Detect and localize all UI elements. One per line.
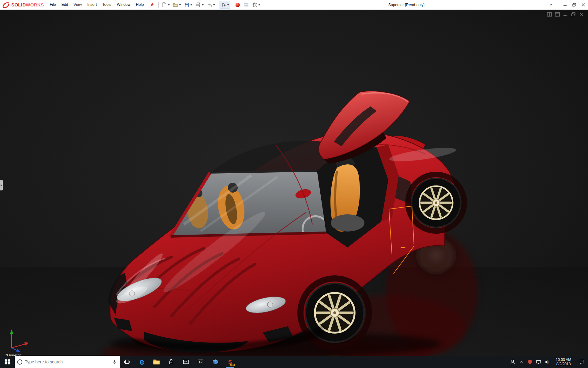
standard-toolbar — [160, 0, 262, 10]
save-button[interactable] — [183, 1, 194, 9]
volume-tray-button[interactable] — [543, 356, 551, 368]
print-dropdown[interactable] — [202, 4, 204, 6]
mail-envelope-icon — [183, 358, 189, 365]
minimize-icon — [563, 3, 567, 7]
options-dropdown[interactable] — [258, 4, 260, 6]
new-document-button[interactable] — [160, 1, 171, 9]
document-properties-icon — [243, 2, 249, 8]
undo-icon — [207, 2, 212, 8]
network-tray-button[interactable] — [534, 356, 543, 368]
close-document-icon[interactable] — [579, 12, 584, 17]
pane-icon[interactable] — [555, 12, 560, 17]
clock-date: 8/2/2018 — [556, 362, 571, 366]
new-document-dropdown[interactable] — [168, 4, 170, 6]
store-bag-icon — [168, 358, 175, 365]
appearances-button[interactable] — [234, 1, 242, 9]
action-center-button[interactable] — [576, 356, 588, 368]
undo-button[interactable] — [205, 1, 216, 9]
document-title: Supercar [Read-only] — [388, 0, 424, 10]
minimize-document-icon[interactable] — [563, 12, 568, 17]
toolbar-separator — [232, 2, 232, 8]
solidworks-window: SOLIDWORKS File Edit View Insert Tools W… — [0, 0, 588, 368]
menu-view[interactable]: View — [71, 0, 85, 10]
microphone-icon[interactable] — [112, 359, 117, 365]
car-model-render[interactable] — [0, 10, 588, 356]
seat-cushion — [331, 214, 364, 232]
menu-window[interactable]: Window — [114, 0, 133, 10]
cortana-icon[interactable] — [17, 359, 22, 365]
select-button[interactable] — [220, 1, 230, 9]
file-explorer-button[interactable] — [149, 356, 164, 368]
toolbar-separator — [218, 2, 218, 8]
console-app-button[interactable] — [193, 356, 208, 368]
save-floppy-icon — [184, 2, 190, 8]
hidden-icons-button[interactable] — [517, 356, 526, 368]
window-controls: ? — [546, 0, 588, 10]
new-document-icon — [161, 2, 167, 8]
action-center-icon — [579, 359, 585, 365]
pin-menu-button[interactable] — [148, 1, 156, 9]
open-dropdown[interactable] — [179, 4, 181, 6]
document-properties-button[interactable] — [242, 1, 250, 9]
system-tray: 10:03 AM 8/2/2018 — [508, 356, 588, 368]
save-dropdown[interactable] — [190, 4, 192, 6]
menu-file[interactable]: File — [47, 0, 58, 10]
security-tray-button[interactable] — [526, 356, 534, 368]
taskbar-search[interactable] — [15, 356, 120, 368]
print-button[interactable] — [194, 1, 205, 9]
restore-document-icon[interactable] — [571, 12, 576, 17]
select-cursor-icon — [221, 2, 226, 8]
task-view-button[interactable] — [120, 356, 134, 368]
windows-logo-icon — [4, 359, 10, 365]
open-button[interactable] — [172, 1, 182, 9]
network-icon — [536, 359, 541, 365]
people-button[interactable] — [508, 356, 517, 368]
close-icon — [582, 3, 585, 7]
pushpin-icon — [149, 2, 154, 7]
brand-works: WORKS — [26, 2, 44, 7]
close-button[interactable] — [579, 0, 588, 10]
menubar: File Edit View Insert Tools Window Help — [47, 0, 146, 10]
people-icon — [510, 359, 516, 365]
solidworks-logo-icon — [2, 2, 10, 8]
brand-text: SOLIDWORKS — [11, 2, 44, 8]
mail-button[interactable] — [179, 356, 193, 368]
cad-viewer-app-button[interactable] — [208, 356, 223, 368]
toolbar-separator — [158, 2, 159, 8]
split-pane-icon[interactable] — [547, 12, 552, 17]
solidworks-2017-button[interactable]: S 2017 — [223, 356, 237, 368]
chevron-up-icon — [519, 359, 524, 364]
orientation-triad — [6, 325, 34, 353]
featuremanager-collapsed-tab[interactable] — [0, 180, 3, 190]
open-folder-icon — [173, 2, 178, 8]
menu-help[interactable]: Help — [133, 0, 147, 10]
graphics-viewport[interactable]: *Dimetric — [0, 10, 588, 356]
edge-icon: e — [139, 358, 144, 366]
appearance-sphere-icon — [235, 2, 240, 8]
undo-dropdown[interactable] — [213, 4, 215, 6]
restore-icon — [572, 3, 576, 7]
security-shield-icon — [527, 359, 533, 365]
menu-tools[interactable]: Tools — [100, 0, 114, 10]
view-orientation-label: *Dimetric — [6, 353, 22, 356]
help-button[interactable]: ? — [546, 0, 556, 10]
taskbar: e — [0, 356, 588, 368]
volume-icon — [544, 359, 550, 365]
minimize-button[interactable] — [560, 0, 570, 10]
taskbar-clock[interactable]: 10:03 AM 8/2/2018 — [551, 356, 576, 368]
document-window-controls — [547, 12, 584, 17]
menu-edit[interactable]: Edit — [59, 0, 71, 10]
select-dropdown[interactable] — [227, 4, 229, 6]
console-icon — [197, 358, 204, 365]
print-icon — [195, 2, 201, 8]
rear-wheel[interactable] — [412, 178, 461, 227]
options-button[interactable] — [251, 1, 262, 9]
search-input[interactable] — [25, 359, 109, 364]
menu-insert[interactable]: Insert — [85, 0, 100, 10]
restore-button[interactable] — [570, 0, 579, 10]
solidworks-logo: SOLIDWORKS — [0, 2, 47, 8]
start-button[interactable] — [0, 356, 15, 368]
store-button[interactable] — [164, 356, 179, 368]
task-view-icon — [124, 358, 130, 365]
edge-app-button[interactable]: e — [134, 356, 149, 368]
